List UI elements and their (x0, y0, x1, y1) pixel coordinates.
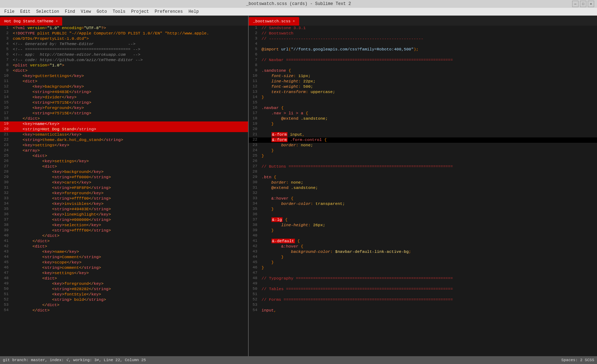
menu-edit[interactable]: Edit (17, 9, 33, 15)
table-row: 32 <key>foreground</key> (0, 191, 248, 196)
menu-bar: File Edit Selection Find View Goto Tools… (0, 8, 597, 16)
table-row: 50 <string>#828282</string> (0, 287, 248, 292)
table-row: 31 <string>#F8F8F0</string> (0, 185, 248, 191)
table-row: 3 // -----------------------------------… (249, 36, 597, 42)
table-row: 18 @extend .sandstone; (249, 116, 597, 121)
table-row: 42 <dict> (0, 244, 248, 249)
table-row: 23 <key>settings</key> (0, 143, 248, 148)
table-row: 15 <string>#75715E</string> (0, 100, 248, 105)
table-row: 41 &-default { (249, 239, 597, 244)
table-row: 1 <?xml version="1.0" encoding="UTF-8"?> (0, 26, 248, 31)
table-row: 33 &:hover { (249, 196, 597, 201)
table-row: 11 <dict> (0, 79, 248, 84)
menu-project[interactable]: Project (128, 9, 152, 15)
table-row: 26 (249, 159, 597, 164)
left-tab[interactable]: Hot Dog Stand.tmTheme × (0, 17, 62, 26)
table-row: 42 &:hover { (249, 244, 597, 249)
table-row: 38 line-height: 26px; (249, 223, 597, 228)
minimize-button[interactable]: — (572, 1, 579, 7)
table-row: 10 font-size: 11px; (249, 74, 597, 79)
close-button[interactable]: ✕ (588, 1, 594, 7)
table-row: 5 @import url("//fonts.googleapis.com/cs… (249, 47, 597, 52)
table-row: 10 <key>gutterSettings</key> (0, 74, 248, 79)
table-row: 48 <dict> (0, 276, 248, 281)
menu-preferences[interactable]: Preferences (152, 9, 185, 15)
window-title: _bootswatch.scss (cards) - Sublime Text … (246, 1, 351, 6)
right-tab[interactable]: _bootswatch.scss × (249, 17, 299, 26)
table-row: 46 } (249, 265, 597, 271)
table-row: 43 background-color: $navbar-default-lin… (249, 249, 597, 255)
table-row: 17 .nav > li > a { (249, 111, 597, 116)
table-row: 22 <string>theme.dark.hot_dog_stand</str… (0, 137, 248, 143)
table-row: 45 } (249, 260, 597, 265)
table-row: 38 <key>selection</key> (0, 223, 248, 228)
maximize-button[interactable]: □ (580, 1, 586, 7)
table-row: 2 <!DOCTYPE plist PUBLIC "-//Apple Compu… (0, 31, 248, 36)
table-row: 40 </dict> (0, 233, 248, 239)
table-row: 30 border: none; (249, 180, 597, 185)
table-row: 33 <string>#ffff00</string> (0, 196, 248, 201)
table-row: 6 <!-- app: http://tmtheme-editor.heroku… (0, 52, 248, 58)
status-bar: git branch: master, index: √, working: 3… (0, 356, 597, 364)
table-row: 21 <key>semanticClass</key> (0, 132, 248, 137)
table-row: 24 } (249, 148, 597, 153)
table-row: 31 @extend .sandstone; (249, 185, 597, 191)
table-row: 44 <string>Comment</string> (0, 255, 248, 260)
status-left: git branch: master, index: √, working: 3… (3, 358, 146, 362)
table-row: 2 // Bootswatch (249, 31, 597, 36)
table-row: 35 } (249, 207, 597, 212)
table-row: 53 (249, 303, 597, 308)
table-row: 13 <string>#49483E</string> (0, 89, 248, 95)
table-row: 18 </dict> (0, 116, 248, 121)
table-row: 43 <key>name</key> (0, 249, 248, 255)
table-row: 26 <key>settings</key> (0, 159, 248, 164)
table-row: 28 <key>background</key> (0, 169, 248, 175)
table-row: 35 <string>#49483E</string> (0, 207, 248, 212)
right-tab-label: _bootswatch.scss (253, 19, 291, 23)
table-row: 1 // Sandstone 3.3.1 (249, 26, 597, 31)
table-row: 20 <string>Hot Dog Stand</string> (0, 127, 248, 132)
menu-goto[interactable]: Goto (94, 9, 110, 15)
table-row: 4 <!-- Generated by: TmTheme-Editor --> (0, 42, 248, 47)
right-code-scroll[interactable]: 1 // Sandstone 3.3.1 2 // Bootswatch 3 /… (249, 26, 597, 356)
table-row: 25 <dict> (0, 153, 248, 159)
table-row: 7 <!-- code: https://github.com/aziz/tmT… (0, 58, 248, 63)
left-code-area[interactable]: 1 <?xml version="1.0" encoding="UTF-8"?>… (0, 26, 248, 356)
table-row: 52 // Forms ============================… (249, 297, 597, 303)
table-row: 45 <key>scope</key> (0, 260, 248, 265)
table-row: 9 <dict> (0, 68, 248, 74)
table-row: 27 // Buttons ==========================… (249, 164, 597, 169)
table-row: 44 } (249, 255, 597, 260)
menu-tools[interactable]: Tools (110, 9, 128, 15)
table-row: 5 <!-- =================================… (0, 47, 248, 52)
table-row: 39 <string>#ffff00</string> (0, 228, 248, 233)
table-row: 37 <string>#000000</string> (0, 217, 248, 223)
table-row: 19 } (249, 121, 597, 127)
menu-file[interactable]: File (1, 9, 17, 15)
menu-selection[interactable]: Selection (33, 9, 62, 15)
left-code-scroll[interactable]: 1 <?xml version="1.0" encoding="UTF-8"?>… (0, 26, 248, 356)
right-tab-close[interactable]: × (293, 20, 295, 23)
table-row: 6 (249, 52, 597, 58)
left-tab-close[interactable]: × (56, 20, 58, 23)
table-row: 30 <key>caret</key> (0, 180, 248, 185)
right-code-area[interactable]: 1 // Sandstone 3.3.1 2 // Bootswatch 3 /… (249, 26, 597, 356)
table-row: 34 <key>invisibles</key> (0, 201, 248, 207)
menu-find[interactable]: Find (62, 9, 78, 15)
table-row: 49 <key>foreground</key> (0, 281, 248, 287)
left-tab-label: Hot Dog Stand.tmTheme (4, 19, 54, 23)
window-controls[interactable]: — □ ✕ (572, 1, 594, 7)
title-bar: _bootswatch.scss (cards) - Sublime Text … (0, 0, 597, 8)
table-row: 40 (249, 233, 597, 239)
table-row: 17 <string>#75715E</string> (0, 111, 248, 116)
table-row: 4 (249, 42, 597, 47)
table-row: 39 } (249, 228, 597, 233)
menu-help[interactable]: Help (186, 9, 202, 15)
table-row: 36 <key>lineHighlight</key> (0, 212, 248, 217)
table-row: 47 (249, 271, 597, 276)
menu-view[interactable]: View (78, 9, 94, 15)
table-row: 14 <key>divider</key> (0, 95, 248, 100)
right-tab-bar: _bootswatch.scss × (249, 16, 597, 26)
table-row: 23 border: none; (249, 143, 597, 148)
table-row: 15 (249, 100, 597, 105)
